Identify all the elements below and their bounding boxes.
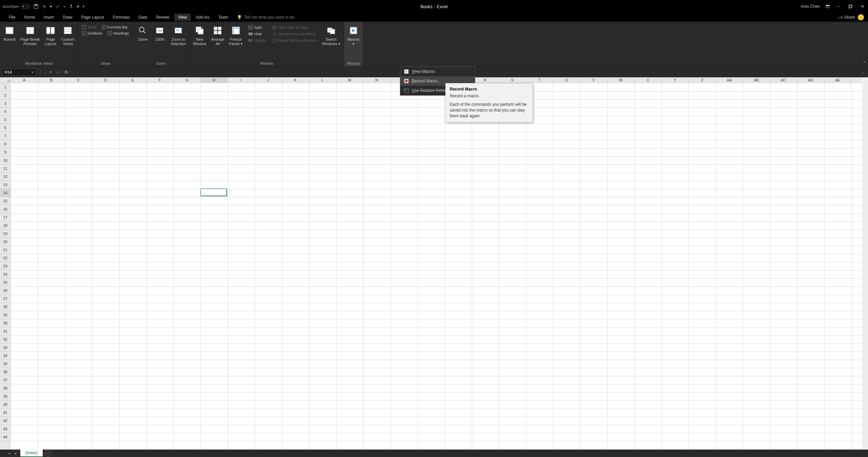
name-box-functions-icon[interactable]: ⋮ [37, 69, 44, 76]
zoom-button[interactable]: Zoom [135, 24, 151, 43]
expand-formula-bar-icon[interactable]: ⌄ [860, 70, 866, 75]
collapse-ribbon-icon[interactable]: ⌃ [863, 61, 866, 65]
column-header[interactable]: N [363, 77, 390, 83]
column-header[interactable]: V [580, 77, 607, 83]
column-header[interactable]: Z [689, 77, 716, 83]
user-name[interactable]: Ares Chen [801, 4, 820, 9]
toggle-switch[interactable]: Off [21, 4, 31, 9]
hide-button[interactable]: Hide [247, 31, 267, 37]
tab-data[interactable]: Data [135, 14, 151, 21]
row-header[interactable]: 23 [0, 262, 11, 270]
row-header[interactable]: 2 [0, 91, 11, 99]
row-header[interactable]: 33 [0, 343, 11, 352]
autosave-toggle[interactable]: AutoSave Off [3, 4, 31, 9]
column-header[interactable]: U [553, 77, 580, 83]
column-header[interactable]: AB [743, 77, 770, 83]
minimize-icon[interactable]: ─ [835, 4, 841, 9]
column-header[interactable]: AD [797, 77, 824, 83]
new-window-button[interactable]: New Window [191, 24, 208, 47]
tab-addins[interactable]: Add-ins [191, 14, 214, 21]
redo-dropdown-icon[interactable]: ▾ [63, 4, 66, 9]
row-header[interactable]: 25 [0, 278, 11, 286]
tab-formulas[interactable]: Formulas [109, 14, 134, 21]
page-break-button[interactable]: Page Break Preview [18, 24, 42, 47]
row-header[interactable]: 22 [0, 254, 11, 262]
column-header[interactable]: K [282, 77, 309, 83]
row-header[interactable]: 24 [0, 270, 11, 278]
row-header[interactable]: 21 [0, 246, 11, 254]
formula-bar-checkbox[interactable]: ✓Formula Bar [102, 25, 128, 29]
column-header[interactable]: R [472, 77, 499, 83]
tab-page-layout[interactable]: Page Layout [77, 14, 108, 21]
vertical-scrollbar[interactable] [862, 77, 868, 450]
tab-file[interactable]: File [5, 14, 19, 21]
save-icon[interactable] [33, 4, 39, 9]
row-header[interactable]: 8 [0, 140, 11, 148]
row-header[interactable]: 7 [0, 132, 11, 140]
fx-label[interactable]: fx [65, 70, 68, 75]
row-header[interactable]: 29 [0, 311, 11, 319]
tab-home[interactable]: Home [20, 14, 39, 21]
row-header[interactable]: 39 [0, 392, 11, 400]
row-header[interactable]: 16 [0, 205, 11, 213]
tab-team[interactable]: Team [214, 14, 232, 21]
split-button[interactable]: Split [247, 24, 267, 31]
touch-dropdown-icon[interactable]: ▾ [77, 4, 79, 9]
row-header[interactable]: 38 [0, 384, 11, 392]
new-sheet-button[interactable]: + [45, 450, 52, 457]
freeze-panes-button[interactable]: Freeze Panes ▾ [227, 24, 245, 47]
cancel-formula-icon[interactable]: ✕ [47, 69, 54, 76]
row-header[interactable]: 41 [0, 409, 11, 417]
headings-checkbox[interactable]: ✓Headings [108, 31, 129, 35]
column-header[interactable]: G [174, 77, 201, 83]
column-header[interactable]: M [336, 77, 363, 83]
tab-view[interactable]: View [174, 14, 191, 21]
column-header[interactable]: Y [662, 77, 689, 83]
row-header[interactable]: 9 [0, 148, 11, 156]
row-header[interactable]: 34 [0, 352, 11, 360]
row-header[interactable]: 13 [0, 181, 11, 189]
feedback-icon[interactable]: 🙂 [858, 14, 864, 20]
row-header[interactable]: 42 [0, 417, 11, 425]
row-header[interactable]: 18 [0, 221, 11, 230]
row-header[interactable]: 35 [0, 360, 11, 368]
touch-mode-icon[interactable] [68, 4, 74, 9]
cells-area[interactable] [11, 83, 862, 450]
row-header[interactable]: 44 [0, 433, 11, 441]
row-header[interactable]: 30 [0, 319, 11, 327]
column-header[interactable]: B [38, 77, 65, 83]
column-header[interactable]: J [255, 77, 282, 83]
maximize-icon[interactable] [848, 4, 853, 9]
active-cell-cursor[interactable] [200, 188, 227, 196]
arrange-all-button[interactable]: Arrange All [209, 24, 226, 47]
row-header[interactable]: 28 [0, 303, 11, 311]
qat-customize-icon[interactable]: ▾ [82, 4, 85, 9]
row-header[interactable]: 12 [0, 173, 11, 181]
column-header[interactable]: AE [824, 77, 851, 83]
column-header[interactable]: C [65, 77, 92, 83]
sheet-nav-prev-icon[interactable]: ◂ [7, 451, 12, 456]
column-header[interactable]: T [526, 77, 553, 83]
name-box-dropdown-icon[interactable]: ▾ [32, 70, 34, 75]
column-header[interactable]: D [92, 77, 119, 83]
row-header[interactable]: 5 [0, 116, 11, 124]
sheet-tab-sheet1[interactable]: Sheet1 [20, 450, 43, 457]
undo-dropdown-icon[interactable]: ▾ [49, 4, 52, 9]
column-header[interactable]: A [11, 77, 38, 83]
normal-view-button[interactable]: Normal [1, 24, 18, 43]
row-header[interactable]: 3 [0, 99, 11, 107]
row-header[interactable]: 19 [0, 230, 11, 238]
row-header[interactable]: 40 [0, 400, 11, 409]
name-box[interactable]: H14 ▾ [2, 68, 36, 76]
tab-draw[interactable]: Draw [59, 14, 76, 21]
row-header[interactable]: 20 [0, 238, 11, 246]
page-layout-button[interactable]: Page Layout [42, 24, 59, 47]
row-header[interactable]: 4 [0, 107, 11, 116]
gridlines-checkbox[interactable]: ✓Gridlines [82, 31, 102, 35]
macros-button[interactable]: Macros▾ [345, 24, 362, 47]
sheet-nav-next-icon[interactable]: ▸ [14, 451, 18, 456]
row-header[interactable]: 27 [0, 295, 11, 303]
row-header[interactable]: 43 [0, 425, 11, 433]
switch-windows-button[interactable]: Switch Windows ▾ [320, 24, 342, 47]
undo-icon[interactable] [41, 4, 47, 9]
